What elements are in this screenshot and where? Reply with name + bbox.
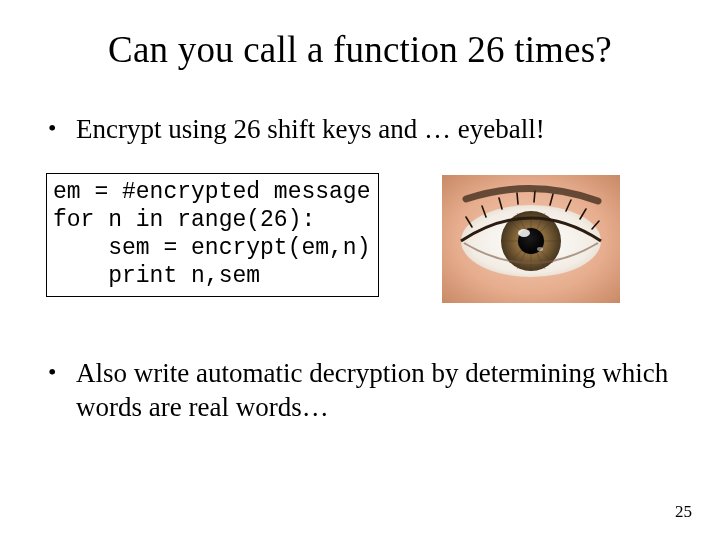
eye-icon bbox=[442, 175, 620, 303]
slide-title: Can you call a function 26 times? bbox=[46, 28, 674, 71]
bullet-item-1: Encrypt using 26 shift keys and … eyebal… bbox=[46, 113, 674, 147]
code-block: em = #encrypted message for n in range(2… bbox=[46, 173, 379, 297]
svg-point-10 bbox=[518, 229, 530, 237]
svg-line-16 bbox=[534, 191, 535, 202]
svg-line-15 bbox=[517, 193, 518, 204]
bullet-item-2: Also write automatic decryption by deter… bbox=[46, 357, 674, 425]
bullet-list-2: Also write automatic decryption by deter… bbox=[46, 357, 674, 425]
svg-point-11 bbox=[537, 247, 543, 251]
page-number: 25 bbox=[675, 502, 692, 522]
code-and-image-row: em = #encrypted message for n in range(2… bbox=[46, 169, 674, 297]
eye-image bbox=[442, 175, 620, 303]
bullet-list: Encrypt using 26 shift keys and … eyebal… bbox=[46, 113, 674, 147]
